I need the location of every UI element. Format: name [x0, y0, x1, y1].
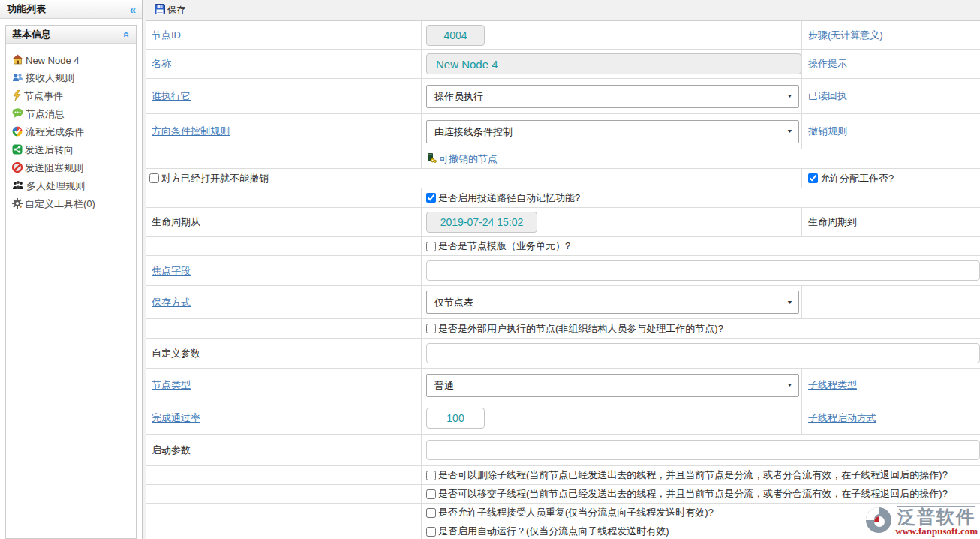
row-revoke-open-allow-assign: 对方已经打开就不能撤销 允许分配工作否?	[146, 169, 980, 188]
sidebar-item-label: 多人处理规则	[26, 179, 85, 193]
row-executor: 谁执行它 操作员执行 ▼ 已读回执	[146, 79, 980, 114]
start-params-input[interactable]	[426, 440, 980, 460]
basic-info-panel: 基本信息 « New Node 4 接收人规则 节点事件 节点	[5, 25, 137, 539]
toolbar: 保存	[146, 0, 980, 21]
watermark-url: www.fanpusoft.com	[895, 526, 978, 537]
focus-field-input[interactable]	[426, 260, 980, 281]
sidebar-item-node-events[interactable]: 节点事件	[12, 87, 133, 105]
main-content: 保存 节点ID 步骤(无计算意义) 名称 操作提示 谁执行它 操作	[146, 0, 980, 539]
pie-check-icon	[12, 126, 23, 139]
allow-assign-checkbox[interactable]	[808, 173, 818, 183]
sidebar-collapse-icon[interactable]: «	[130, 4, 136, 15]
executor-select[interactable]: 操作员执行	[426, 85, 799, 108]
node-type-select[interactable]: 普通	[426, 374, 799, 397]
share-icon	[12, 144, 23, 157]
row-pass-rate: 完成通过率 子线程启动方式	[146, 402, 980, 435]
sidebar-items: New Node 4 接收人规则 节点事件 节点消息 流程完成条件	[6, 44, 136, 216]
delete-subthread-label: 是否可以删除子线程(当前节点已经发送出去的线程，并且当前节点是分流，或者分合流有…	[438, 468, 948, 482]
subthread-start-mode-link[interactable]: 子线程启动方式	[808, 411, 876, 425]
node-type-label[interactable]: 节点类型	[152, 378, 191, 392]
app-window: 功能列表 « 基本信息 « New Node 4 接收人规则 节点事件	[0, 0, 980, 539]
pass-rate-input[interactable]	[426, 408, 485, 429]
executor-label[interactable]: 谁执行它	[152, 89, 191, 103]
pass-rate-label[interactable]: 完成通过率	[152, 411, 200, 425]
sidebar-item-multi-user-rules[interactable]: 多人处理规则	[12, 177, 133, 195]
save-icon	[155, 4, 165, 17]
sidebar-item-node-messages[interactable]: 节点消息	[12, 105, 133, 123]
auto-run-checkbox[interactable]	[426, 527, 436, 537]
basic-info-title: 基本信息	[12, 28, 51, 41]
route-memory-checkbox[interactable]	[426, 193, 436, 203]
row-focus-field: 焦点字段	[146, 256, 980, 286]
sidebar-item-label: New Node 4	[26, 55, 80, 66]
sidebar-item-flow-complete-condition[interactable]: 流程完成条件	[12, 123, 133, 141]
row-node-template: 是否是节点模版（业务单元）?	[146, 237, 980, 256]
sidebar-item-redirect-after-send[interactable]: 发送后转向	[12, 141, 133, 159]
sidebar-item-new-node[interactable]: New Node 4	[12, 51, 133, 69]
home-icon	[12, 54, 23, 67]
node-template-label: 是否是节点模版（业务单元）?	[438, 239, 570, 253]
row-node-id: 节点ID 步骤(无计算意义)	[146, 21, 980, 50]
save-button[interactable]: 保存	[153, 2, 190, 18]
users-icon	[12, 72, 23, 85]
route-memory-label: 是否启用投递路径自动记忆功能?	[438, 191, 580, 205]
sidebar-item-label: 自定义工具栏(0)	[25, 197, 95, 211]
read-receipt-link[interactable]: 已读回执	[808, 89, 847, 103]
row-delete-subthread: 是否可以删除子线程(当前节点已经发送出去的线程，并且当前节点是分流，或者分合流有…	[146, 466, 980, 485]
row-route-memory: 是否启用投递路径自动记忆功能?	[146, 188, 980, 208]
auto-run-label: 是否启用自动运行？(仅当分流点向子线程发送时有效)	[438, 525, 669, 538]
external-user-checkbox[interactable]	[426, 324, 436, 333]
revocable-node-icon	[426, 152, 437, 165]
sidebar-item-label: 接收人规则	[26, 71, 74, 85]
row-allow-duplicate: 是否允许子线程接受人员重复(仅当分流点向子线程发送时有效)?	[146, 504, 980, 522]
sidebar-item-label: 发送阻塞规则	[25, 161, 83, 175]
transfer-subthread-label: 是否可以移交子线程(当前节点已经发送出去的线程，并且当前节点是分流，或者分合流有…	[438, 487, 948, 501]
block-icon	[12, 162, 23, 175]
function-list-sidebar: 功能列表 « 基本信息 « New Node 4 接收人规则 节点事件	[0, 0, 143, 539]
row-revocable-nodes: 可撤销的节点	[146, 149, 980, 169]
direction-rule-label[interactable]: 方向条件控制规则	[152, 125, 230, 138]
allow-duplicate-checkbox[interactable]	[426, 508, 436, 518]
row-direction-rule: 方向条件控制规则 由连接线条件控制 ▼ 撤销规则	[146, 114, 980, 149]
operation-hint-link[interactable]: 操作提示	[808, 57, 847, 71]
lifecycle-from-input[interactable]	[426, 212, 537, 233]
sidebar-item-custom-toolbar[interactable]: 自定义工具栏(0)	[12, 195, 133, 213]
row-save-mode: 保存方式 仅节点表 ▼	[146, 286, 980, 319]
sidebar-item-label: 流程完成条件	[26, 125, 84, 139]
sidebar-item-label: 节点消息	[26, 107, 65, 121]
focus-field-label[interactable]: 焦点字段	[152, 264, 191, 278]
save-mode-label[interactable]: 保存方式	[152, 296, 191, 309]
delete-subthread-checkbox[interactable]	[426, 471, 436, 480]
sidebar-item-send-block-rules[interactable]: 发送阻塞规则	[12, 159, 133, 177]
no-revoke-after-open-checkbox[interactable]	[149, 173, 159, 183]
fanpusoft-logo-icon	[864, 505, 894, 537]
allow-assign-label: 允许分配工作否?	[820, 172, 894, 185]
sidebar-item-label: 节点事件	[24, 89, 63, 103]
lightning-icon	[12, 90, 22, 103]
step-link[interactable]: 步骤(无计算意义)	[808, 29, 883, 42]
watermark-brand: 泛普软件	[897, 506, 975, 526]
sidebar-item-label: 发送后转向	[25, 143, 74, 157]
basic-info-panel-header[interactable]: 基本信息 «	[6, 26, 136, 44]
node-template-checkbox[interactable]	[426, 242, 436, 251]
save-mode-select[interactable]: 仅节点表	[426, 291, 799, 314]
no-revoke-after-open-label: 对方已经打开就不能撤销	[161, 172, 269, 185]
fanpusoft-watermark: 泛普软件 www.fanpusoft.com	[864, 505, 978, 537]
row-start-params: 启动参数	[146, 435, 980, 466]
transfer-subthread-checkbox[interactable]	[426, 489, 436, 499]
name-label[interactable]: 名称	[152, 57, 171, 71]
revoke-rule-link[interactable]: 撤销规则	[808, 125, 847, 138]
subthread-type-link[interactable]: 子线程类型	[808, 378, 857, 392]
panel-collapse-icon[interactable]: «	[122, 32, 132, 38]
direction-rule-select[interactable]: 由连接线条件控制	[426, 120, 799, 143]
custom-params-label: 自定义参数	[152, 347, 200, 360]
custom-params-input[interactable]	[426, 343, 980, 363]
node-id-label[interactable]: 节点ID	[152, 29, 181, 42]
sidebar-title: 功能列表	[7, 2, 46, 16]
node-id-value[interactable]	[426, 25, 485, 46]
row-node-type: 节点类型 普通 ▼ 子线程类型	[146, 369, 980, 402]
gear-icon	[12, 198, 23, 211]
revocable-nodes-link[interactable]: 可撤销的节点	[439, 152, 498, 166]
name-input[interactable]	[426, 53, 801, 74]
sidebar-item-receiver-rules[interactable]: 接收人规则	[12, 69, 133, 87]
